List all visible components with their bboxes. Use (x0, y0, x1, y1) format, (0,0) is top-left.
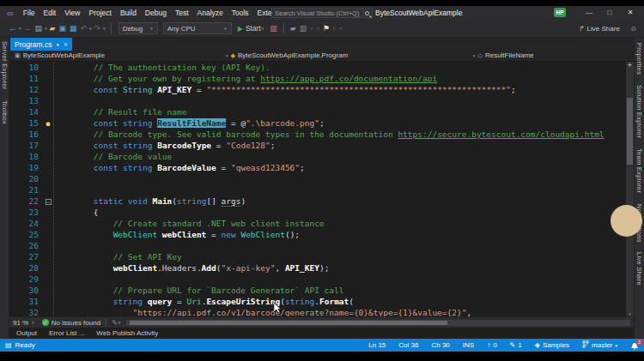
redo-icon[interactable]: ↷ (94, 24, 101, 33)
status-column[interactable]: Col 36 (398, 341, 418, 349)
code-line-24[interactable]: 24 // Create standard .NET web client in… (9, 218, 634, 229)
menu-item-edit[interactable]: Edit (39, 7, 61, 19)
menu-item-project[interactable]: Project (84, 7, 115, 19)
tab-program-cs[interactable]: Program.cs ● ✕ (10, 38, 72, 51)
search-input[interactable]: Search Visual Studio (Ctrl+Q) (271, 8, 373, 18)
code-line-17[interactable]: 17 const string BarcodeType = "Code128"; (9, 140, 634, 151)
code-line-19[interactable]: 19 const string BarcodeValue = "qweasd12… (9, 162, 634, 173)
code-line-23[interactable]: 23 { (9, 207, 634, 218)
code-line-12[interactable]: 12 const String API_KEY = "*************… (9, 84, 634, 95)
code-line-20[interactable]: 20 (9, 173, 634, 184)
notifications-bell-icon[interactable]: 2 (630, 341, 639, 350)
navigate-back-icon[interactable]: ← (9, 24, 16, 33)
start-debugging-button[interactable]: ▶ Start ▾ (238, 24, 265, 33)
vertical-scrollbar-thumb[interactable] (627, 98, 633, 165)
menu-item-view[interactable]: View (60, 7, 84, 19)
git-pushes-indicator[interactable]: ↑ 0 (487, 341, 496, 349)
menu-item-analyze[interactable]: Analyze (193, 7, 228, 19)
code-line-21[interactable]: 21 (9, 184, 634, 196)
tool-window-tab-live-share[interactable]: Live Share (635, 252, 643, 286)
health-check-icon[interactable]: ✓ (42, 319, 49, 326)
performance-profiler-icon[interactable]: ▥ (270, 24, 277, 33)
close-button[interactable]: ✕ (620, 6, 641, 19)
code-line-15[interactable]: 15● const string ResultFileName = @".\ba… (9, 117, 634, 129)
horizontal-scrollbar[interactable] (126, 320, 630, 326)
solution-configuration-dropdown[interactable]: Debug ▾ (118, 22, 158, 34)
tab-close-icon[interactable]: ✕ (64, 41, 68, 47)
bookmark-icon[interactable]: ⚑ (323, 24, 330, 33)
code-editor[interactable]: 10 // The authentication key (API Key).1… (9, 62, 634, 316)
tool-window-tab-solution-explorer[interactable]: Solution Explorer (635, 85, 643, 138)
live-share-button[interactable]: Live Share (587, 25, 620, 33)
undo-caret-icon[interactable]: ▾ (89, 26, 92, 31)
code-line-18[interactable]: 18 // Barcode value (9, 151, 634, 162)
menu-item-debug[interactable]: Debug (141, 7, 171, 19)
status-character[interactable]: Ch 30 (431, 341, 449, 349)
breadcrumb-member[interactable]: ▾ ◇ ResultFileName (473, 51, 534, 59)
tool-window-tab-toolbox[interactable]: Toolbox (1, 100, 9, 124)
feedback-icon[interactable]: ☺ (630, 25, 637, 33)
background-tasks-icon[interactable]: ▤ (5, 341, 12, 349)
undo-icon[interactable]: ↶ (81, 24, 88, 33)
indent-icon[interactable]: ▫ (333, 24, 336, 33)
find-in-files-icon[interactable]: ▰ (290, 24, 296, 33)
edit-mode-icon[interactable]: ✎ (112, 319, 118, 327)
minimize-button[interactable]: — (579, 6, 599, 19)
repository-selector[interactable]: ◈ Samples (535, 341, 569, 349)
code-line-28[interactable]: 28 webClient.Headers.Add("x-api-key", AP… (9, 262, 634, 274)
code-line-13[interactable]: 13 (9, 95, 634, 106)
code-line-26[interactable]: 26 (9, 240, 634, 251)
code-line-22[interactable]: 22− static void Main(string[] args) (9, 196, 634, 207)
panel-tab-error-list-[interactable]: Error List ... (49, 329, 84, 337)
code-line-30[interactable]: 30 // Prepare URL for `Barcode Generator… (9, 285, 634, 296)
account-badge[interactable]: HP (554, 8, 566, 17)
save-icon[interactable]: ▣ (58, 24, 66, 33)
code-hyperlink[interactable]: https://app.pdf.co/documentation/api (260, 74, 437, 83)
menu-item-file[interactable]: File (19, 7, 39, 19)
zoom-selector[interactable]: 91 % ▾ (13, 319, 35, 327)
back-caret-icon[interactable]: ▾ (19, 26, 21, 31)
code-line-11[interactable]: 11 // Get your own by registering at htt… (9, 73, 634, 84)
split-editor-handle[interactable]: + (626, 62, 634, 69)
code-line-14[interactable]: 14 // Result file name (9, 106, 634, 117)
tool-window-tab-server-explorer[interactable]: Server Explorer (1, 41, 9, 90)
find-next-icon[interactable]: ▥ (300, 24, 307, 33)
edit-mode-caret-icon[interactable]: ▾ (118, 320, 121, 325)
maximize-button[interactable]: □ (599, 6, 620, 19)
menu-item-test[interactable]: Test (171, 7, 193, 19)
code-line-10[interactable]: 10 // The authentication key (API Key). (9, 62, 634, 73)
open-folder-icon[interactable]: ▰ (50, 24, 56, 33)
comment-icon[interactable]: ▫ (310, 24, 313, 33)
save-all-icon[interactable]: ▦ (70, 24, 77, 33)
lightbulb-icon[interactable]: ● (46, 120, 51, 128)
code-line-27[interactable]: 27 // Set API Key (9, 251, 634, 262)
status-insert-mode[interactable]: INS (463, 341, 474, 349)
tool-window-tab-properties[interactable]: Properties (635, 43, 643, 75)
code-line-16[interactable]: 16 // Barcode type. See valid barcode ty… (9, 129, 634, 140)
scroll-down-icon[interactable]: ▾ (626, 311, 634, 316)
panel-tab-output[interactable]: Output (16, 329, 37, 337)
tool-window-tab-team-explorer[interactable]: Team Explorer (635, 148, 643, 193)
code-line-29[interactable]: 29 (9, 274, 634, 285)
breadcrumb-type[interactable]: ▾ ◆ ByteScoutWebApiExample.Program (226, 51, 348, 59)
code-line-31[interactable]: 31 string query = Uri.EscapeUriString(st… (9, 296, 634, 307)
code-hyperlink[interactable]: https://secure.bytescout.com/cloudapi.ht… (398, 129, 604, 139)
menu-item-build[interactable]: Build (116, 7, 141, 19)
search-icon[interactable] (365, 11, 369, 15)
breadcrumb-project[interactable]: ▣ ByteScoutWebApiExample (15, 51, 105, 59)
panel-tab-web-publish-activity[interactable]: Web Publish Activity (96, 329, 158, 337)
code-line-32[interactable]: 32 "https://api.pdf.co/v1/barcode/genera… (9, 307, 634, 316)
new-file-caret-icon[interactable]: ▾ (45, 26, 47, 31)
solution-platform-dropdown[interactable]: Any CPU ▾ (163, 22, 232, 34)
navigate-forward-icon[interactable]: → (24, 24, 32, 33)
new-file-icon[interactable]: ▤ (35, 24, 43, 33)
branch-selector[interactable]: master ▾ (582, 340, 617, 350)
git-changes-indicator[interactable]: ✎ 1 (510, 341, 522, 349)
menu-item-tools[interactable]: Tools (228, 7, 253, 19)
uncomment-icon[interactable]: ▫ (317, 24, 319, 33)
vertical-scrollbar[interactable]: ▴ ▾ (626, 62, 634, 316)
status-line[interactable]: Ln 15 (368, 341, 386, 349)
redo-caret-icon[interactable]: ▾ (103, 26, 106, 31)
live-share-icon[interactable]: ↱ (579, 25, 585, 33)
code-line-25[interactable]: 25 WebClient webClient = new WebClient()… (9, 229, 634, 240)
